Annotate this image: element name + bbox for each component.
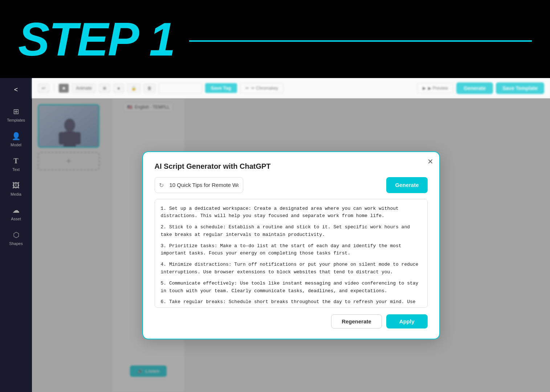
- script-topic-input[interactable]: [155, 177, 243, 193]
- shapes-icon: ⬡: [11, 230, 21, 240]
- sidebar-item-label-media: Media: [11, 192, 21, 196]
- modal-close-button[interactable]: ✕: [427, 157, 433, 166]
- modal-title: AI Script Generator with ChatGPT: [155, 162, 428, 171]
- step-line: [189, 40, 532, 42]
- step-banner: STEP 1: [0, 0, 550, 78]
- content-item-3: 3. Prioritize tasks: Make a to-do list a…: [161, 242, 421, 258]
- sidebar-item-label-templates: Templates: [7, 118, 25, 122]
- animate-button[interactable]: Animate: [72, 83, 96, 93]
- modal-generate-button[interactable]: Generate: [386, 177, 427, 193]
- sidebar-item-label-model: Model: [11, 143, 21, 147]
- undo-button[interactable]: ↩: [38, 83, 49, 93]
- toolbar: ↩ ■ Animate ⊕ ● 🔒 🗑 Save Tag ✏ ✏ Chromak…: [32, 78, 550, 98]
- sidebar-item-label-shapes: Shapes: [9, 241, 23, 246]
- canvas-area: + ✕ AI Script Generator with ChatGPT ↻ G…: [32, 98, 550, 392]
- toolbar-right: ▶ ▶ Preview Generate Save Template: [417, 82, 544, 94]
- regenerate-button[interactable]: Regenerate: [331, 314, 382, 328]
- icon1-button[interactable]: ⊕: [99, 83, 110, 93]
- preview-label: ▶ Preview: [428, 86, 448, 91]
- modal-footer: Regenerate Apply: [155, 314, 428, 328]
- content-item-6: 6. Take regular breaks: Schedule short b…: [161, 298, 421, 307]
- sidebar-item-templates[interactable]: ⊞ Templates: [3, 103, 29, 125]
- model-icon: 👤: [11, 131, 21, 141]
- chromakey-button[interactable]: ✏ ✏ Chromakey: [240, 83, 284, 93]
- step-title: STEP 1: [18, 16, 175, 63]
- chromakey-label: ✏ Chromakey: [251, 86, 278, 91]
- sidebar-item-label-text: Text: [12, 167, 20, 172]
- generate-main-button[interactable]: Generate: [456, 82, 493, 94]
- app-area: < ⊞ Templates 👤 Model T Text 🖼 Media ☁ A…: [0, 78, 550, 392]
- content-item-5: 5. Communicate effectively: Use tools li…: [161, 280, 421, 295]
- icon4-button[interactable]: 🗑: [143, 83, 156, 93]
- modal-input-row: ↻ Generate: [155, 177, 428, 193]
- sidebar: < ⊞ Templates 👤 Model T Text 🖼 Media ☁ A…: [0, 78, 32, 392]
- sidebar-item-media[interactable]: 🖼 Media: [3, 177, 29, 199]
- templates-icon: ⊞: [11, 106, 21, 117]
- sidebar-item-asset[interactable]: ☁ Asset: [3, 202, 29, 224]
- name-input[interactable]: [159, 83, 202, 94]
- toolbar-separator-1: [54, 84, 54, 93]
- content-item-4: 4. Minimize distractions: Turn off notif…: [161, 261, 421, 276]
- layout-button[interactable]: ■: [58, 83, 69, 93]
- modal-content-area: 1. Set up a dedicated workspace: Create …: [155, 199, 428, 308]
- text-icon: T: [11, 156, 21, 166]
- sidebar-item-shapes[interactable]: ⬡ Shapes: [3, 227, 29, 249]
- media-icon: 🖼: [11, 180, 21, 191]
- main-content: ↩ ■ Animate ⊕ ● 🔒 🗑 Save Tag ✏ ✏ Chromak…: [32, 78, 550, 392]
- modal-overlay: ✕ AI Script Generator with ChatGPT ↻ Gen…: [32, 98, 550, 392]
- sidebar-item-text[interactable]: T Text: [3, 153, 29, 175]
- preview-button[interactable]: ▶ ▶ Preview: [417, 83, 453, 93]
- apply-button[interactable]: Apply: [386, 314, 428, 328]
- save-template-button[interactable]: Save Template: [496, 82, 544, 94]
- icon3-button[interactable]: 🔒: [127, 83, 140, 93]
- modal-input-wrapper: ↻: [155, 177, 383, 193]
- refresh-icon: ↻: [159, 181, 164, 188]
- chromakey-icon: ✏: [245, 86, 249, 91]
- sidebar-item-label-asset: Asset: [11, 217, 21, 221]
- content-item-2: 2. Stick to a schedule: Establish a rout…: [161, 224, 421, 239]
- content-item-1: 1. Set up a dedicated workspace: Create …: [161, 205, 421, 220]
- preview-play-icon: ▶: [423, 86, 426, 91]
- sidebar-back-button[interactable]: <: [8, 82, 24, 98]
- save-tag-button[interactable]: Save Tag: [205, 83, 237, 93]
- sidebar-item-model[interactable]: 👤 Model: [3, 128, 29, 150]
- asset-icon: ☁: [11, 205, 21, 215]
- icon2-button[interactable]: ●: [113, 83, 124, 93]
- ai-script-modal: ✕ AI Script Generator with ChatGPT ↻ Gen…: [142, 151, 440, 339]
